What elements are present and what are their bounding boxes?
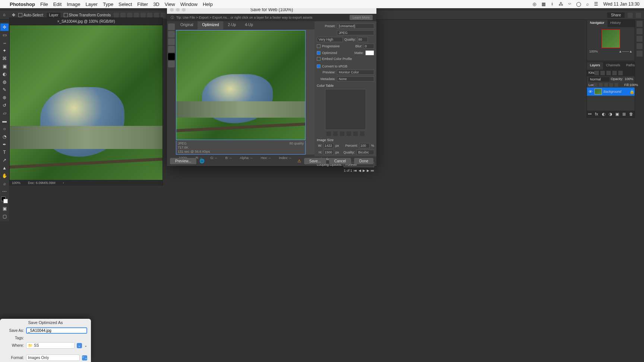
home-icon[interactable]: ⌂	[3, 12, 9, 18]
nav-zoom[interactable]: 100%	[589, 50, 598, 53]
metadata-dropdown[interactable]: None	[337, 76, 374, 82]
color-panel-icon[interactable]	[637, 21, 643, 27]
minimize-icon[interactable]	[176, 8, 180, 12]
cancel-button[interactable]: Cancel	[329, 158, 351, 164]
trash-icon[interactable]: 🗑	[629, 112, 634, 116]
brush-tool[interactable]: ✎	[0, 86, 9, 93]
color-swatches[interactable]	[1, 197, 8, 203]
preview-dropdown[interactable]: Monitor Color	[337, 70, 374, 75]
share-button[interactable]: Share	[607, 12, 625, 18]
where-dropdown[interactable]: 📁SS	[26, 342, 75, 349]
save-button[interactable]: Save...	[304, 158, 326, 164]
tab-optimized[interactable]: Optimized	[198, 21, 223, 29]
control-center-icon[interactable]: ☰	[594, 1, 598, 7]
tab-layers[interactable]: Layers	[587, 62, 603, 70]
lock-pos-icon[interactable]	[604, 83, 608, 87]
done-button[interactable]: Done	[354, 158, 373, 164]
menu-layer[interactable]: Layer	[85, 1, 98, 7]
crop-tool[interactable]: ⌘	[0, 55, 9, 62]
ct-icon[interactable]	[360, 131, 364, 136]
bluetooth-icon[interactable]: ᚼ	[551, 1, 553, 7]
auto-select-checkbox[interactable]: Auto-Select:	[18, 13, 44, 18]
align-left-icon[interactable]	[114, 13, 119, 18]
libraries-panel-icon[interactable]	[637, 51, 643, 57]
prev-frame-icon[interactable]: ◀	[359, 169, 361, 172]
next-frame-icon[interactable]: ▶	[367, 169, 369, 172]
zoom-slider[interactable]: ▲───▲	[619, 50, 632, 53]
user-icon[interactable]: ◯	[576, 1, 581, 7]
learn-more-button[interactable]: Learn More	[350, 15, 373, 20]
percent-input[interactable]: 100	[359, 143, 370, 148]
close-icon[interactable]	[170, 8, 174, 12]
preview-image[interactable]	[176, 30, 306, 140]
screen-mode[interactable]: ▢	[0, 213, 9, 220]
preset-dropdown[interactable]: [Unnamed]	[337, 23, 374, 29]
menu-edit[interactable]: Edit	[53, 1, 61, 7]
menu-3d[interactable]: 3D	[153, 1, 160, 7]
hand-tool-sfw[interactable]	[168, 23, 175, 30]
menu-image[interactable]: Image	[67, 1, 80, 7]
w-input[interactable]: 1422	[323, 143, 334, 148]
gradient-tool[interactable]: ▬	[0, 117, 9, 125]
adjustment-icon[interactable]: ◑	[609, 112, 613, 116]
workspace-icon[interactable]	[636, 13, 641, 18]
matte-swatch[interactable]	[365, 50, 374, 55]
h-input[interactable]: 1500	[323, 150, 334, 155]
distribute-v-icon[interactable]	[161, 13, 166, 18]
tab-history[interactable]: History	[607, 20, 624, 27]
resample-dropdown[interactable]: Bicubic	[356, 150, 374, 155]
search-ps-icon[interactable]	[628, 13, 633, 18]
eraser-tool[interactable]: ▱	[0, 109, 9, 117]
play-icon[interactable]: ▶	[363, 169, 365, 172]
lock-pixel-icon[interactable]	[599, 83, 603, 87]
lock-artboard-icon[interactable]	[609, 83, 613, 87]
fill-value[interactable]: 100%	[629, 83, 633, 87]
canvas[interactable]	[10, 25, 162, 180]
fx-icon[interactable]: fx	[595, 112, 599, 116]
first-frame-icon[interactable]: ⏮	[354, 169, 357, 172]
tab-4up[interactable]: 4-Up	[240, 21, 258, 29]
lock-trans-icon[interactable]	[594, 83, 597, 87]
edit-toolbar[interactable]: ⋯	[0, 188, 9, 195]
adjustments-panel-icon[interactable]	[637, 36, 643, 42]
format-caret[interactable]: ⌃⌄	[82, 355, 87, 361]
tab-paths[interactable]: Paths	[623, 62, 638, 70]
ct-icon[interactable]	[353, 131, 358, 136]
where-caret[interactable]: ⌄	[77, 343, 82, 348]
opacity-value[interactable]: 100%	[625, 77, 633, 82]
link-icon[interactable]: ⚯	[588, 112, 593, 116]
slice-visibility[interactable]	[168, 61, 175, 67]
align-top-icon[interactable]	[134, 13, 139, 18]
zoom-window-icon[interactable]	[182, 8, 186, 12]
clock[interactable]: Wed 11 Jan 13:30	[603, 1, 640, 7]
format-dropdown[interactable]: JPEG	[337, 30, 374, 35]
align-right-icon[interactable]	[127, 13, 132, 18]
blur-input[interactable]: 0	[364, 44, 374, 49]
blur-tool[interactable]: ○	[0, 125, 9, 133]
lock-all-icon[interactable]	[615, 83, 618, 87]
eyedropper-sfw[interactable]	[168, 46, 175, 53]
menu-help[interactable]: Help	[203, 1, 213, 7]
embed-profile-checkbox[interactable]	[317, 57, 321, 61]
menu-type[interactable]: Type	[103, 1, 113, 7]
eyedropper-tool[interactable]: ◐	[0, 70, 9, 78]
filter-adj-icon[interactable]	[600, 71, 605, 75]
ct-icon[interactable]	[347, 131, 351, 136]
filter-pixel-icon[interactable]	[594, 71, 599, 75]
hand-tool[interactable]: ✋	[0, 172, 9, 180]
app-name[interactable]: Photoshop	[10, 1, 35, 7]
document-tab[interactable]: × _SA10044.jpg @ 100% (RGB/8#)	[10, 18, 162, 25]
optimized-checkbox[interactable]	[317, 51, 321, 55]
tab-original[interactable]: Original	[176, 21, 198, 29]
chevron-right-icon[interactable]: ›	[63, 181, 64, 185]
frame-tool[interactable]: ▣	[0, 63, 9, 70]
zoom-level[interactable]: 100%	[12, 181, 20, 185]
dodge-tool[interactable]: ◔	[0, 133, 9, 140]
preview-button[interactable]: Preview...	[170, 158, 196, 164]
auto-select-target[interactable]: Layer	[47, 13, 60, 18]
mask-icon[interactable]: ◐	[602, 112, 606, 116]
filter-type-icon[interactable]	[606, 71, 611, 75]
quality-preset-dropdown[interactable]: Very High	[317, 37, 343, 42]
move-tool-icon[interactable]: ✥	[12, 13, 15, 18]
show-transform-checkbox[interactable]: Show Transform Controls	[64, 13, 111, 18]
